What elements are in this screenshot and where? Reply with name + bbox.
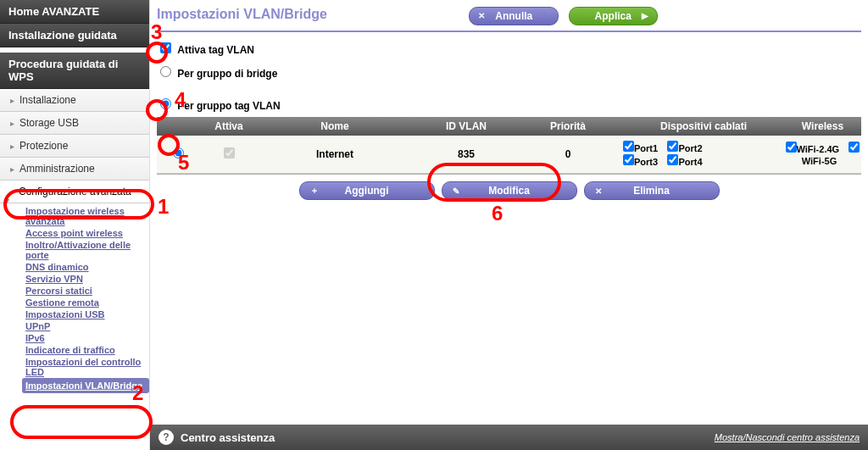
nav-home[interactable]: Home AVANZATE xyxy=(0,0,149,24)
nav-item-amministrazione[interactable]: Amministrazione xyxy=(0,158,149,181)
nav-item-storage[interactable]: Storage USB xyxy=(0,112,149,135)
sidebar: Home AVANZATE Installazione guidata Proc… xyxy=(0,0,150,450)
play-icon: ▶ xyxy=(642,11,648,20)
nav-wps-wizard[interactable]: Procedura guidata di WPS xyxy=(0,53,149,89)
nav-item-installazione[interactable]: Installazione xyxy=(0,89,149,112)
subnav-vlan-bridge[interactable]: Impostazioni VLAN/Bridge xyxy=(22,378,149,393)
pencil-icon: ✎ xyxy=(453,186,459,196)
wifi24-checkbox[interactable] xyxy=(786,142,797,153)
table-row: Internet 835 0 Port1 Port2 Port3 Port4 W… xyxy=(157,136,861,174)
row-active-checkbox[interactable] xyxy=(224,147,235,158)
page-title: Impostazioni VLAN/Bridge xyxy=(157,3,327,25)
subnav-usb[interactable]: Impostazioni USB xyxy=(25,308,149,320)
per-bridge-radio[interactable] xyxy=(160,66,171,77)
subnav-ipv6[interactable]: IPv6 xyxy=(25,332,149,344)
row-wifi: WiFi-2.4G WiFi-5G xyxy=(784,142,861,167)
row-name: Internet xyxy=(259,148,411,160)
port3-checkbox[interactable] xyxy=(623,154,634,165)
subnav-wireless-adv[interactable]: Impostazione wireless avanzata xyxy=(25,205,149,227)
divider xyxy=(157,31,861,32)
help-toggle-link[interactable]: Mostra/Nascondi centro assistenza xyxy=(715,432,860,442)
wifi5-checkbox[interactable] xyxy=(849,142,860,153)
help-icon[interactable]: ? xyxy=(159,430,174,445)
port2-checkbox[interactable] xyxy=(667,141,678,152)
nav-install-wizard[interactable]: Installazione guidata xyxy=(0,24,149,47)
per-vlan-radio[interactable] xyxy=(160,98,171,109)
enable-vlan-checkbox[interactable] xyxy=(160,42,171,53)
subnav-ddns[interactable]: DNS dinamico xyxy=(25,261,149,273)
subnav: Impostazione wireless avanzata Access po… xyxy=(0,203,149,395)
main-content: Impostazioni VLAN/Bridge ✕ Annulla Appli… xyxy=(150,0,868,450)
subnav-port-fwd[interactable]: Inoltro/Attivazione delle porte xyxy=(25,239,149,261)
x-icon: ✕ xyxy=(595,186,602,196)
subnav-ap[interactable]: Access point wireless xyxy=(25,227,149,239)
subnav-led[interactable]: Impostazioni del controllo LED xyxy=(25,356,149,378)
close-icon: ✕ xyxy=(478,11,485,20)
subnav-remote[interactable]: Gestione remota xyxy=(25,297,149,308)
help-title: Centro assistenza xyxy=(181,431,275,444)
action-row: ＋ Aggiungi ✎ Modifica ✕ Elimina xyxy=(157,174,861,207)
subnav-upnp[interactable]: UPnP xyxy=(25,320,149,332)
cancel-button[interactable]: ✕ Annulla xyxy=(469,7,559,25)
nav-item-protezione[interactable]: Protezione xyxy=(0,135,149,158)
port4-checkbox[interactable] xyxy=(667,154,678,165)
apply-button[interactable]: Applica ▶ xyxy=(569,7,658,25)
edit-button[interactable]: ✎ Modifica xyxy=(442,181,577,200)
per-vlan-label: Per gruppo tag VLAN xyxy=(177,100,280,112)
enable-vlan-label: Attiva tag VLAN xyxy=(177,44,254,56)
row-priority: 0 xyxy=(521,148,615,160)
nav-advanced-config[interactable]: Configurazione avanzata xyxy=(0,181,149,203)
add-button[interactable]: ＋ Aggiungi xyxy=(299,181,435,200)
delete-button[interactable]: ✕ Elimina xyxy=(584,181,720,200)
per-bridge-label: Per gruppo di bridge xyxy=(177,68,277,80)
port1-checkbox[interactable] xyxy=(623,141,634,152)
subnav-static-routes[interactable]: Percorsi statici xyxy=(25,285,149,297)
help-bar: ? Centro assistenza Mostra/Nascondi cent… xyxy=(150,425,868,450)
row-wired: Port1 Port2 Port3 Port4 xyxy=(615,141,784,168)
row-vlan-id: 835 xyxy=(411,148,521,160)
table-header: Attiva Nome ID VLAN Priorità Dispositivi… xyxy=(157,117,861,136)
row-select-radio[interactable] xyxy=(173,147,184,158)
subnav-vpn[interactable]: Servizio VPN xyxy=(25,273,149,285)
plus-icon: ＋ xyxy=(310,185,319,197)
subnav-traffic[interactable]: Indicatore di traffico xyxy=(25,344,149,356)
